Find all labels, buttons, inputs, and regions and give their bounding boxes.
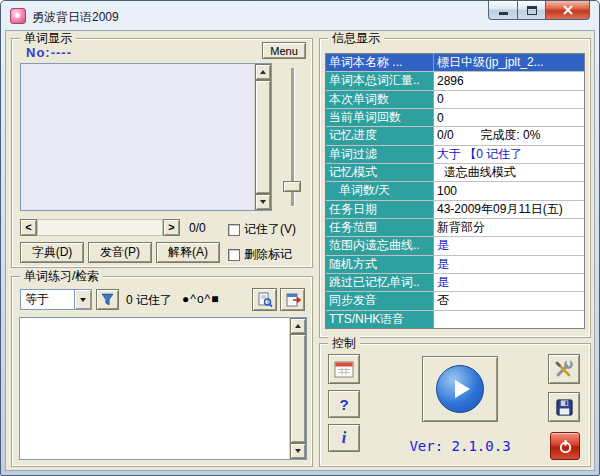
caption-buttons: [488, 1, 590, 20]
calendar-button[interactable]: [328, 354, 360, 384]
play-button[interactable]: [422, 356, 498, 422]
dictionary-button[interactable]: 字典(D): [20, 242, 84, 263]
horizontal-scroll-track[interactable]: [37, 219, 163, 236]
scroll-up-button[interactable]: [255, 64, 271, 80]
minimize-button[interactable]: [488, 1, 517, 20]
word-display-area[interactable]: [20, 63, 272, 211]
minimize-icon: [499, 12, 508, 15]
close-icon: [563, 5, 573, 15]
info-label: 单词过滤: [326, 146, 434, 163]
group-control: 控制 ? i: [319, 343, 591, 467]
combobox-value: 等于: [21, 291, 74, 308]
table-row[interactable]: TTS/NHK语音: [326, 311, 584, 328]
table-row[interactable]: 随机方式 是: [326, 256, 584, 274]
scroll-thumb[interactable]: [290, 334, 306, 443]
search-file-button[interactable]: [252, 288, 277, 311]
info-label: 跳过已记忆单词..: [326, 274, 434, 291]
table-row[interactable]: 记忆模式 遗忘曲线模式: [326, 164, 584, 182]
slider-thumb[interactable]: [283, 181, 301, 192]
checkbox-icon[interactable]: [228, 224, 240, 236]
play-icon: [455, 380, 470, 398]
scroll-thumb[interactable]: [255, 80, 271, 194]
checkbox-label: 记住了(V): [244, 221, 296, 238]
save-button[interactable]: [548, 392, 580, 422]
info-value: 遗忘曲线模式: [434, 164, 584, 181]
chevron-down-icon: [80, 298, 86, 302]
info-label: 记忆模式: [326, 164, 434, 181]
table-row[interactable]: 单词数/天 100: [326, 182, 584, 200]
group-title: 信息显示: [328, 31, 384, 46]
explain-button[interactable]: 解释(A): [156, 242, 220, 263]
arrow-down-icon: [295, 449, 301, 453]
table-row[interactable]: 当前单词回数 0: [326, 109, 584, 127]
info-label: 单词本名称 ...: [326, 54, 434, 71]
face-label: ●^o^■: [182, 292, 219, 306]
table-row[interactable]: 单词本名称 ... 標日中级(jp_jplt_2...: [326, 54, 584, 72]
checkbox-label: 删除标记: [244, 246, 292, 263]
scroll-up-button[interactable]: [290, 318, 306, 334]
group-title: 单词练习/检索: [20, 269, 103, 284]
info-label: 任务范围: [326, 219, 434, 236]
version-label: Ver: 2.1.0.3: [400, 438, 520, 454]
group-info: 信息显示 单词本名称 ... 標日中级(jp_jplt_2... 单词本总词汇量…: [319, 38, 591, 338]
power-button[interactable]: [550, 432, 580, 460]
table-row[interactable]: 单词本总词汇量.. 2896: [326, 72, 584, 90]
next-button[interactable]: >: [163, 219, 180, 236]
close-button[interactable]: [545, 1, 590, 20]
menu-button[interactable]: Menu: [262, 42, 306, 59]
group-practice: 单词练习/检索 等于 0 记住了 ●^o^■: [11, 276, 313, 467]
delete-mark-checkbox[interactable]: 删除标记: [228, 246, 292, 263]
calendar-icon: [334, 360, 354, 378]
table-row[interactable]: 范围内遗忘曲线.. 是: [326, 237, 584, 255]
pronounce-button[interactable]: 发音(P): [88, 242, 152, 263]
export-icon: [285, 292, 301, 308]
info-label: 同步发音: [326, 292, 434, 309]
scroll-down-button[interactable]: [290, 443, 306, 459]
titlebar[interactable]: 勇波背日语2009: [1, 1, 599, 30]
practice-list[interactable]: [19, 317, 307, 460]
table-row[interactable]: 跳过已记忆单词.. 是: [326, 274, 584, 292]
arrow-up-icon: [295, 324, 301, 328]
table-row[interactable]: 单词过滤 大于 【0 记住了: [326, 146, 584, 164]
info-value: 是: [434, 274, 584, 291]
table-row[interactable]: 任务日期 43-2009年09月11日(五): [326, 201, 584, 219]
arrow-up-icon: [260, 70, 266, 74]
checkbox-icon[interactable]: [228, 249, 240, 261]
table-row[interactable]: 本次单词数 0: [326, 91, 584, 109]
remembered-count-label: 0 记住了: [126, 292, 172, 309]
help-button[interactable]: ?: [328, 390, 360, 418]
table-row[interactable]: 记忆进度 0/0 完成度: 0%: [326, 127, 584, 145]
info-label: 单词数/天: [326, 182, 434, 199]
info-label: 随机方式: [326, 256, 434, 273]
power-icon: [558, 439, 573, 454]
table-row[interactable]: 同步发音 否: [326, 292, 584, 310]
info-label: 当前单词回数: [326, 109, 434, 126]
info-value: 標日中级(jp_jplt_2...: [434, 54, 584, 71]
vertical-slider[interactable]: [278, 63, 306, 211]
maximize-button[interactable]: [517, 1, 545, 20]
info-value: 是: [434, 256, 584, 273]
app-icon[interactable]: [10, 8, 26, 24]
prev-button[interactable]: <: [20, 219, 37, 236]
word-number-label: No:----: [26, 45, 72, 60]
info-button[interactable]: i: [328, 424, 360, 452]
tools-button[interactable]: [548, 354, 580, 384]
word-counter: 0/0: [189, 221, 206, 235]
filter-button[interactable]: [96, 289, 119, 310]
group-title: 控制: [328, 336, 360, 351]
play-circle: [436, 365, 484, 413]
arrow-down-icon: [260, 200, 266, 204]
info-label: 单词本总词汇量..: [326, 72, 434, 89]
remember-checkbox[interactable]: 记住了(V): [228, 221, 296, 238]
search-file-icon: [257, 292, 273, 308]
scroll-down-button[interactable]: [255, 194, 271, 210]
vertical-scrollbar[interactable]: [289, 318, 306, 459]
info-value: 大于 【0 记住了: [434, 146, 584, 163]
combobox-dropdown-button[interactable]: [74, 290, 91, 309]
export-button[interactable]: [280, 288, 305, 311]
info-label: 任务日期: [326, 201, 434, 218]
info-value: 100: [434, 182, 584, 199]
table-row[interactable]: 任务范围 新背部分: [326, 219, 584, 237]
filter-combobox[interactable]: 等于: [20, 289, 92, 310]
vertical-scrollbar[interactable]: [254, 64, 271, 210]
